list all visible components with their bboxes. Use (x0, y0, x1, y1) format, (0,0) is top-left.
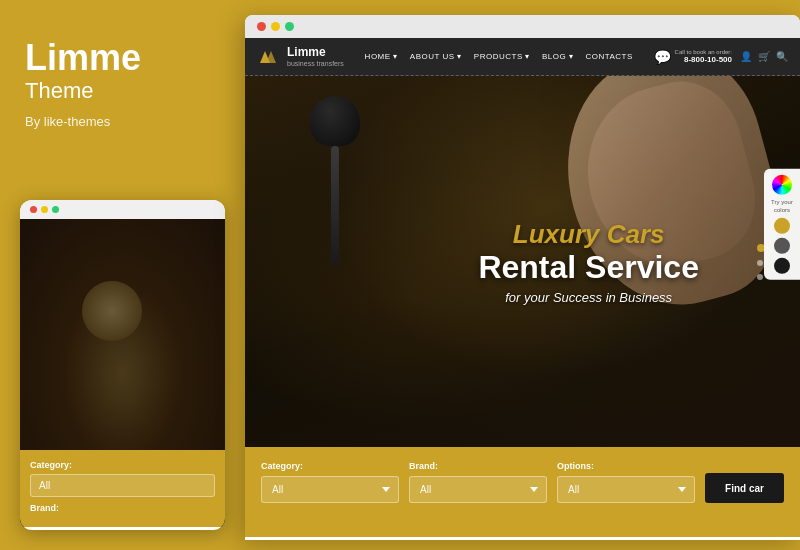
form-row: Category: All Brand: All Options: All (261, 461, 784, 503)
find-car-button[interactable]: Find car (705, 473, 784, 503)
hero-for-text: for your Success in Business (478, 290, 699, 305)
hero-luxury-text: Luxury Cars (478, 218, 699, 249)
brand-label: Brand: (409, 461, 547, 471)
phone-icon: 💬 (654, 49, 671, 65)
slider-dot-2[interactable] (757, 260, 763, 266)
mobile-category-select[interactable]: All (30, 474, 215, 497)
desktop-maximize-dot (285, 22, 294, 31)
menu-item-contacts[interactable]: CONTACTS (585, 52, 632, 61)
desktop-logo-sub: business transfers (287, 60, 344, 67)
desktop-mockup: Limme business transfers HOME ▾ ABOUT US… (245, 15, 800, 540)
desktop-logo: Limme business transfers (257, 45, 344, 69)
desktop-search-form: Category: All Brand: All Options: All (245, 447, 800, 537)
desktop-menu: HOME ▾ ABOUT US ▾ PRODUCTS ▾ BLOG ▾ CONT… (365, 52, 633, 61)
mobile-maximize-dot (52, 206, 59, 213)
desktop-logo-icon (257, 45, 281, 69)
menu-item-blog[interactable]: BLOG ▾ (542, 52, 573, 61)
search-icon[interactable]: 🔍 (776, 51, 788, 62)
color-swatch-gold[interactable] (774, 218, 790, 234)
slider-dot-3[interactable] (757, 274, 763, 280)
menu-item-home[interactable]: HOME ▾ (365, 52, 398, 61)
user-icon[interactable]: 👤 (740, 51, 752, 62)
menu-item-about[interactable]: ABOUT US ▾ (410, 52, 462, 61)
desktop-nav: Limme business transfers HOME ▾ ABOUT US… (245, 38, 800, 76)
desktop-window-controls (245, 15, 800, 38)
mobile-minimize-dot (41, 206, 48, 213)
category-select[interactable]: All (261, 476, 399, 503)
options-label: Options: (557, 461, 695, 471)
color-swatch-gray[interactable] (774, 238, 790, 254)
options-group: Options: All (557, 461, 695, 503)
mobile-mockup: Limme business transfers ≡ Luxury Cars R… (20, 200, 225, 530)
mobile-close-dot (30, 206, 37, 213)
gear-shift-prop (295, 96, 375, 296)
category-label: Category: (261, 461, 399, 471)
desktop-close-dot (257, 22, 266, 31)
mobile-window-controls (20, 200, 225, 219)
color-swatch-dark[interactable] (774, 258, 790, 274)
mobile-category-label: Category: (30, 460, 215, 470)
brand-by: By like-themes (25, 114, 220, 129)
category-group: Category: All (261, 461, 399, 503)
brand-title: Limme (25, 40, 220, 76)
menu-item-products[interactable]: PRODUCTS ▾ (474, 52, 530, 61)
gear-knob (310, 96, 360, 146)
desktop-minimize-dot (271, 22, 280, 31)
mobile-form-area: Category: All Brand: (20, 450, 225, 527)
gear-stick (331, 146, 339, 266)
nav-icons: 👤 🛒 🔍 (740, 51, 788, 62)
brand-group: Brand: All (409, 461, 547, 503)
mobile-brand-label: Brand: (30, 503, 215, 513)
brand-subtitle: Theme (25, 78, 220, 104)
cart-icon[interactable]: 🛒 (758, 51, 770, 62)
color-picker-widget[interactable]: Try your colors (764, 169, 800, 279)
desktop-nav-right: 💬 Call to book an order: 8-800-10-500 👤 … (654, 49, 788, 65)
call-box: Call to book an order: 8-800-10-500 (675, 49, 732, 64)
brand-select[interactable]: All (409, 476, 547, 503)
desktop-hero: Luxury Cars Rental Service for your Succ… (245, 76, 800, 447)
desktop-logo-name: Limme (287, 46, 344, 59)
hero-text-overlay: Luxury Cars Rental Service for your Succ… (478, 218, 699, 304)
desktop-content: Limme business transfers HOME ▾ ABOUT US… (245, 38, 800, 537)
call-widget: 💬 Call to book an order: 8-800-10-500 (654, 49, 732, 65)
options-select[interactable]: All (557, 476, 695, 503)
mobile-content-area: Limme business transfers ≡ Luxury Cars R… (20, 219, 225, 527)
hero-rental-text: Rental Service (478, 249, 699, 284)
try-colors-text: Try your colors (768, 199, 796, 213)
call-number: 8-800-10-500 (675, 55, 732, 64)
color-wheel-icon (772, 175, 792, 195)
left-panel: Limme Theme By like-themes Limme busin (0, 0, 245, 550)
